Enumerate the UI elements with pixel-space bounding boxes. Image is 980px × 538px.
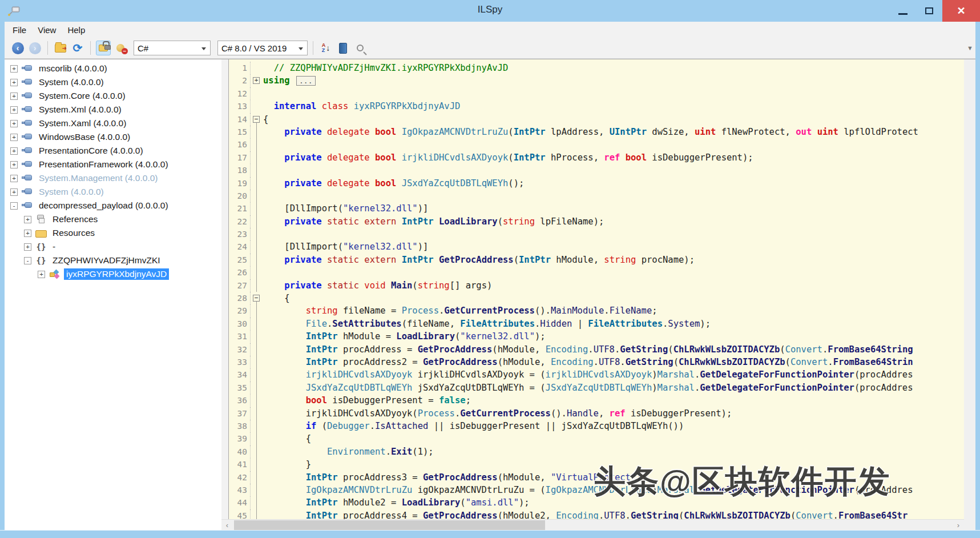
tree-item-system-core-4-0-0-0[interactable]: +System.Core (4.0.0.0) <box>5 89 221 103</box>
expand-expander-icon[interactable]: + <box>10 65 18 73</box>
code-text: IntPtr hModule = LoadLibrary("kernel32.d… <box>263 330 964 343</box>
member-filter-button[interactable] <box>113 41 128 55</box>
back-button[interactable]: ‹ <box>10 41 25 55</box>
collapse-expander-icon[interactable]: - <box>24 257 31 264</box>
forward-button[interactable]: › <box>27 41 42 55</box>
code-text: IntPtr procAddress = GetProcAddress(hMod… <box>263 343 964 356</box>
scroll-right-arrow[interactable]: › <box>953 520 964 531</box>
namespace-icon: {} <box>35 242 47 251</box>
maximize-button[interactable] <box>916 0 942 22</box>
code-text: JSxdYaZcqUtDBTLqWEYh jSxdYaZcqUtDBTLqWEY… <box>263 382 964 394</box>
tree-item-mscorlib-4-0-0-0[interactable]: +mscorlib (4.0.0.0) <box>5 62 221 75</box>
tree-item-resources[interactable]: +Resources <box>5 226 221 240</box>
show-internal-api-button[interactable] <box>96 41 111 55</box>
fold-column <box>251 420 263 432</box>
line-number: 22 <box>229 215 251 228</box>
line-number: 19 <box>229 177 251 190</box>
code-text: if (Debugger.IsAttached || isDebuggerPre… <box>263 420 964 432</box>
tree-item-decompressed-payload-0-0-0-0[interactable]: -decompressed_payload (0.0.0.0) <box>5 199 221 212</box>
tree-item-system-4-0-0-0[interactable]: +System (4.0.0.0) <box>5 75 221 89</box>
language-select[interactable]: C# <box>134 41 211 55</box>
toolbar-overflow-button[interactable]: ▼ <box>967 45 973 51</box>
splitter-handle[interactable] <box>221 59 228 531</box>
code-text: private static extern IntPtr LoadLibrary… <box>263 215 964 228</box>
close-button[interactable]: ✕ <box>942 0 980 22</box>
line-number: 18 <box>229 164 251 176</box>
namespace-icon: {} <box>35 256 47 265</box>
assembly-icon <box>22 64 33 73</box>
assembly-icon <box>22 119 33 128</box>
tree-item-windowsbase-4-0-0-0[interactable]: +WindowsBase (4.0.0.0) <box>5 130 221 144</box>
language-select-value: C# <box>138 43 148 53</box>
expand-expander-icon[interactable]: + <box>10 120 18 127</box>
code-line-15: 15 private delegate bool IgOkpazAMCNVDtr… <box>229 126 964 138</box>
code-text: irjkliDHCvdlsAXDyoyk(Process.GetCurrentP… <box>263 407 964 420</box>
tree-item-label: iyxRPGYRPkXbdjnyAvJD <box>64 268 169 280</box>
tree-item-presentationcore-4-0-0-0[interactable]: +PresentationCore (4.0.0.0) <box>5 144 221 158</box>
expand-expander-icon[interactable]: + <box>10 134 18 141</box>
line-number: 34 <box>229 368 251 381</box>
expand-expander-icon[interactable]: + <box>10 188 18 196</box>
scroll-left-arrow[interactable]: ‹ <box>221 520 233 531</box>
code-line-28: 28− { <box>229 292 964 304</box>
tree-item-[interactable]: +{}- <box>5 240 221 254</box>
expand-expander-icon[interactable]: + <box>38 271 45 278</box>
line-number: 25 <box>229 254 251 266</box>
expand-expander-icon[interactable]: + <box>10 175 18 182</box>
sort-assemblies-button[interactable]: AZ↓ <box>318 41 333 55</box>
code-line-30: 30 File.SetAttributes(fileName, FileAttr… <box>229 318 964 330</box>
code-line-31: 31 IntPtr hModule = LoadLibrary("kernel3… <box>229 330 964 343</box>
ilspy-window: ILSpy ✕ FileViewHelp ‹ › ⟳ C# C# 8.0 / V… <box>0 0 980 538</box>
assembly-icon <box>22 146 33 155</box>
line-number: 44 <box>229 496 251 509</box>
horizontal-scrollbar[interactable]: ‹ › <box>221 519 964 531</box>
line-number: 37 <box>229 407 251 420</box>
assembly-icon <box>22 201 33 210</box>
code-line-1: 1 // ZZQPHWIYvADFZjHmvZKI.iyxRPGYRPkXbdj… <box>229 62 964 74</box>
tree-item-presentationframework-4-0-0-0[interactable]: +PresentationFramework (4.0.0.0) <box>5 158 221 171</box>
internal-api-icon <box>99 45 108 51</box>
tree-item-system-management-4-0-0-0[interactable]: +System.Management (4.0.0.0) <box>5 171 221 185</box>
window-bottom-border <box>0 530 980 538</box>
language-version-select[interactable]: C# 8.0 / VS 2019 <box>217 41 308 55</box>
tree-item-iyxrpgyrpkxbdjnyavjd[interactable]: +iyxRPGYRPkXbdjnyAvJD <box>5 267 221 281</box>
tree-item-zzqphwiyvadfzjhmvzki[interactable]: -{}ZZQPHWIYvADFZjHmvZKI <box>5 254 221 267</box>
horizontal-scrollbar-thumb[interactable] <box>234 520 545 531</box>
menu-item-file[interactable]: File <box>7 23 32 37</box>
back-icon: ‹ <box>12 42 24 54</box>
fold-column <box>251 445 263 458</box>
expand-expander-icon[interactable]: + <box>10 147 18 155</box>
assembly-icon <box>22 174 33 183</box>
minimize-icon <box>898 13 908 15</box>
refresh-button[interactable]: ⟳ <box>70 41 85 55</box>
menu-item-help[interactable]: Help <box>62 23 91 37</box>
line-number: 29 <box>229 304 251 317</box>
menu-item-view[interactable]: View <box>32 23 62 37</box>
tree-item-system-xaml-4-0-0-0[interactable]: +System.Xaml (4.0.0.0) <box>5 117 221 130</box>
tree-item-system-4-0-0-0[interactable]: +System (4.0.0.0) <box>5 185 221 199</box>
tree-item-references[interactable]: +References <box>5 212 221 226</box>
line-number: 12 <box>229 87 251 100</box>
expand-expander-icon[interactable]: + <box>10 106 18 114</box>
expand-expander-icon[interactable]: + <box>10 79 18 86</box>
tree-item-label: System.Xml (4.0.0.0) <box>37 104 124 115</box>
open-file-button[interactable] <box>53 41 68 55</box>
expand-expander-icon[interactable]: + <box>24 216 31 223</box>
fold-collapse-icon[interactable]: − <box>251 292 263 304</box>
expand-expander-icon[interactable]: + <box>10 161 18 168</box>
assembly-icon <box>22 91 33 101</box>
full-decompilation-button[interactable] <box>336 41 350 55</box>
code-line-2: 2+using ... <box>229 74 964 87</box>
fold-expand-icon[interactable]: + <box>251 74 263 87</box>
expand-expander-icon[interactable]: + <box>10 93 18 100</box>
search-button[interactable] <box>353 41 368 55</box>
fold-collapse-icon[interactable]: − <box>251 113 263 126</box>
expand-expander-icon[interactable]: + <box>24 230 31 237</box>
line-number: 40 <box>229 445 251 458</box>
fold-column <box>251 177 263 190</box>
fold-column <box>251 458 263 471</box>
tree-item-system-xml-4-0-0-0[interactable]: +System.Xml (4.0.0.0) <box>5 103 221 117</box>
minimize-button[interactable] <box>890 0 916 22</box>
collapse-expander-icon[interactable]: - <box>10 202 18 210</box>
expand-expander-icon[interactable]: + <box>24 243 31 251</box>
